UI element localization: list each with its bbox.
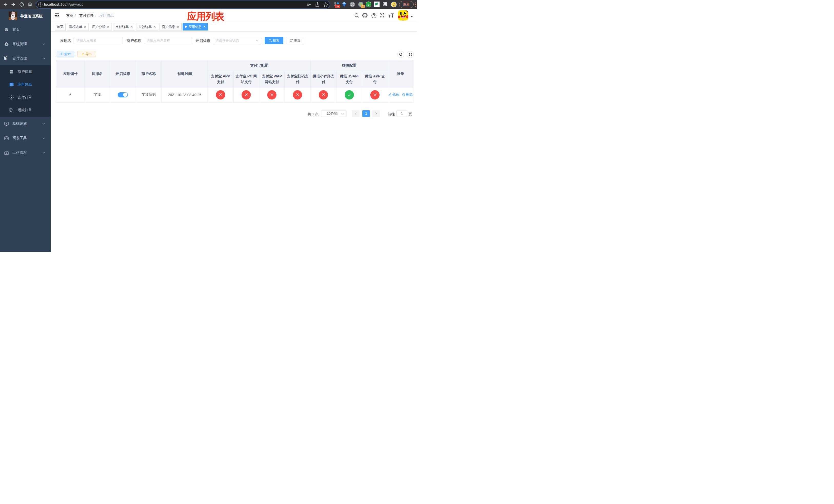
svg-text:⌘: ⌘ <box>351 3 354 6</box>
svg-text:y: y <box>368 3 370 6</box>
